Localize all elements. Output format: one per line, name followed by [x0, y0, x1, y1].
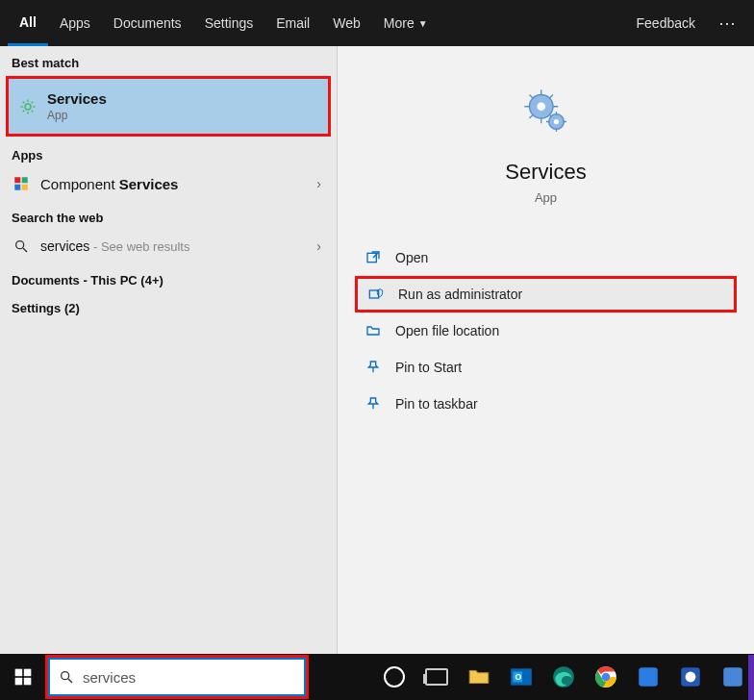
svg-rect-14: [24, 669, 32, 677]
svg-rect-25: [639, 667, 658, 687]
result-web-search[interactable]: services - See web results ›: [0, 229, 337, 263]
tab-web[interactable]: Web: [321, 0, 372, 46]
chevron-down-icon: ▼: [418, 18, 428, 29]
tab-more[interactable]: More ▼: [372, 0, 440, 46]
result-title: Component Services: [40, 176, 178, 192]
svg-point-17: [62, 672, 69, 680]
taskbar-app-teams[interactable]: [748, 655, 754, 700]
search-input[interactable]: [83, 669, 304, 686]
admin-shield-icon: [367, 286, 385, 303]
section-best-match: Best match: [0, 46, 337, 74]
services-gear-icon: [519, 85, 573, 138]
search-results-list: Best match Services App Apps Component S…: [0, 46, 337, 654]
result-title: Services: [47, 90, 318, 107]
section-web: Search the web: [0, 201, 337, 229]
feedback-link[interactable]: Feedback: [623, 0, 709, 46]
section-apps: Apps: [0, 138, 337, 166]
start-button[interactable]: [0, 654, 46, 700]
tab-more-label: More: [384, 15, 415, 31]
svg-rect-13: [15, 669, 23, 677]
action-label: Open: [395, 250, 428, 265]
action-label: Pin to Start: [395, 360, 462, 375]
chevron-right-icon[interactable]: ›: [313, 176, 325, 191]
svg-line-18: [68, 679, 72, 683]
open-icon: [364, 249, 382, 266]
action-label: Open file location: [395, 323, 499, 338]
gear-icon: [18, 97, 38, 116]
section-settings[interactable]: Settings (2): [0, 291, 337, 319]
svg-point-9: [537, 102, 545, 111]
action-open[interactable]: Open: [338, 239, 754, 276]
svg-rect-15: [15, 678, 23, 686]
taskbar-app-generic-2[interactable]: [669, 654, 712, 700]
svg-point-10: [553, 119, 558, 124]
folder-icon: [364, 322, 382, 339]
svg-rect-16: [24, 678, 32, 686]
tab-settings[interactable]: Settings: [193, 0, 265, 46]
pin-icon: [364, 395, 382, 412]
taskbar-search-box[interactable]: [48, 658, 306, 696]
tab-all[interactable]: All: [8, 0, 48, 46]
taskbar-app-generic-1[interactable]: [627, 654, 669, 700]
result-detail-pane: Services App Open Run as administrator O…: [337, 46, 754, 654]
svg-rect-2: [22, 177, 28, 183]
detail-subtitle: App: [535, 190, 557, 205]
component-services-icon: [12, 174, 31, 193]
svg-rect-11: [367, 253, 376, 262]
action-label: Pin to taskbar: [395, 396, 478, 412]
action-pin-to-taskbar[interactable]: Pin to taskbar: [338, 386, 754, 422]
action-run-as-admin[interactable]: Run as administrator: [355, 276, 737, 312]
svg-rect-1: [14, 177, 20, 183]
svg-rect-28: [723, 667, 742, 687]
highlight-best-match: Services App: [6, 76, 331, 137]
task-view-button[interactable]: [415, 654, 458, 700]
action-label: Run as administrator: [398, 287, 522, 302]
svg-rect-3: [14, 185, 20, 190]
web-query: services: [40, 238, 89, 254]
detail-title: Services: [505, 160, 586, 185]
search-filter-tabs: All Apps Documents Settings Email Web Mo…: [0, 0, 754, 46]
result-services-app[interactable]: Services App: [9, 79, 328, 134]
svg-line-6: [23, 248, 27, 252]
action-open-file-location[interactable]: Open file location: [338, 312, 754, 349]
highlight-search-box: [45, 655, 309, 699]
taskbar-app-outlook[interactable]: O: [500, 654, 542, 700]
svg-rect-4: [22, 185, 28, 190]
search-icon: [50, 669, 83, 685]
result-component-services[interactable]: Component Services ›: [0, 166, 337, 201]
action-pin-to-start[interactable]: Pin to Start: [338, 349, 754, 386]
svg-text:O: O: [515, 672, 522, 682]
web-hint: - See web results: [89, 239, 189, 254]
tab-email[interactable]: Email: [264, 0, 321, 46]
tab-documents[interactable]: Documents: [102, 0, 193, 46]
taskbar-app-edge[interactable]: [542, 654, 585, 700]
svg-point-27: [686, 672, 696, 683]
taskbar: O: [0, 654, 754, 700]
cortana-button[interactable]: [373, 654, 415, 700]
svg-point-24: [602, 673, 611, 682]
taskbar-app-chrome[interactable]: [585, 654, 627, 700]
svg-point-0: [25, 104, 31, 110]
chevron-right-icon[interactable]: ›: [313, 238, 325, 254]
more-options-icon[interactable]: ⋯: [709, 12, 746, 34]
svg-point-5: [16, 241, 24, 249]
tab-apps[interactable]: Apps: [48, 0, 102, 46]
section-documents[interactable]: Documents - This PC (4+): [0, 263, 337, 291]
search-icon: [12, 237, 31, 256]
result-subtitle: App: [47, 109, 318, 122]
taskbar-app-file-explorer[interactable]: [458, 654, 500, 700]
pin-icon: [364, 359, 382, 376]
